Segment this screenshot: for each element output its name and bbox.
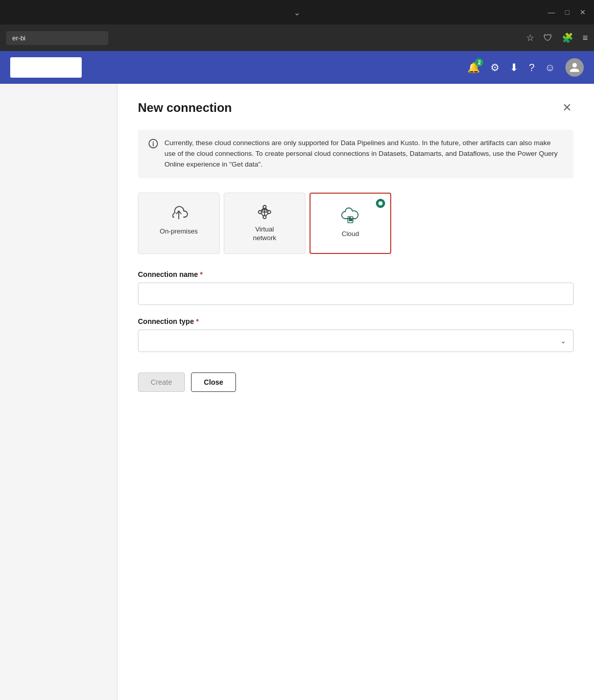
- minimize-button[interactable]: —: [548, 8, 555, 16]
- cloud-icon: [340, 207, 361, 225]
- svg-line-12: [261, 213, 264, 216]
- svg-rect-17: [349, 218, 350, 221]
- info-box: Currently, these cloud connections are o…: [138, 130, 574, 178]
- connection-type-label: Connection type *: [138, 317, 574, 325]
- create-button[interactable]: Create: [138, 372, 185, 392]
- menu-icon[interactable]: ≡: [582, 33, 588, 43]
- close-button[interactable]: Close: [191, 372, 236, 392]
- app-logo: [10, 57, 82, 78]
- close-window-button[interactable]: ✕: [580, 8, 586, 16]
- dialog-title: New connection: [138, 101, 232, 115]
- info-message: Currently, these cloud connections are o…: [164, 138, 563, 170]
- notification-badge: 2: [475, 58, 483, 66]
- connection-name-input[interactable]: [138, 283, 574, 305]
- maximize-button[interactable]: □: [565, 8, 569, 16]
- virtual-network-label: Virtualnetwork: [253, 225, 276, 243]
- sidebar: [0, 84, 117, 700]
- connection-type-select[interactable]: [138, 330, 574, 352]
- bookmark-icon[interactable]: ☆: [526, 32, 534, 43]
- virtual-network-card[interactable]: Virtualnetwork: [224, 193, 305, 254]
- info-circle-icon: [148, 138, 158, 151]
- virtual-network-icon: [255, 204, 274, 220]
- extension-icon[interactable]: 🧩: [562, 32, 573, 43]
- browser-titlebar: ⌄ — □ ✕: [0, 0, 594, 25]
- help-icon[interactable]: ?: [529, 62, 534, 74]
- header-icons: 🔔 2 ⚙ ⬇ ? ☺: [467, 58, 584, 77]
- connection-name-label: Connection name *: [138, 270, 574, 278]
- main-area: New connection ✕ Currently, these cloud …: [0, 84, 594, 700]
- connection-type-cards: On-premises: [138, 193, 574, 254]
- connection-type-wrapper: ⌄: [138, 330, 574, 352]
- cloud-upload-icon: [169, 206, 188, 222]
- connection-type-required: *: [196, 317, 199, 325]
- settings-gear-icon[interactable]: ⚙: [490, 61, 500, 74]
- browser-navbar: er-bi ☆ 🛡 🧩 ≡: [0, 25, 594, 51]
- dialog-container: New connection ✕ Currently, these cloud …: [117, 84, 594, 700]
- address-bar[interactable]: er-bi: [6, 31, 108, 45]
- connection-name-required: *: [200, 270, 202, 278]
- window-controls: — □ ✕: [548, 8, 586, 16]
- browser-nav-icons: ☆ 🛡 🧩 ≡: [526, 32, 588, 43]
- cloud-label: Cloud: [342, 230, 359, 239]
- connection-name-section: Connection name *: [138, 270, 574, 305]
- connection-type-section: Connection type * ⌄: [138, 317, 574, 352]
- app-header: 🔔 2 ⚙ ⬇ ? ☺: [0, 51, 594, 84]
- dialog-close-button[interactable]: ✕: [560, 100, 574, 115]
- svg-rect-18: [351, 219, 352, 221]
- selected-indicator: [376, 199, 385, 208]
- on-premises-card[interactable]: On-premises: [138, 193, 220, 254]
- download-icon[interactable]: ⬇: [510, 61, 518, 74]
- user-avatar[interactable]: [565, 58, 584, 77]
- cloud-card[interactable]: Cloud: [310, 193, 391, 254]
- dialog-title-row: New connection ✕: [138, 100, 574, 115]
- titlebar-chevron[interactable]: ⌄: [294, 8, 300, 17]
- notification-bell-icon[interactable]: 🔔 2: [467, 61, 480, 74]
- action-buttons: Create Close: [138, 372, 574, 392]
- svg-line-13: [266, 213, 269, 216]
- on-premises-label: On-premises: [160, 227, 198, 236]
- feedback-smiley-icon[interactable]: ☺: [545, 62, 555, 74]
- shield-icon[interactable]: 🛡: [543, 33, 553, 43]
